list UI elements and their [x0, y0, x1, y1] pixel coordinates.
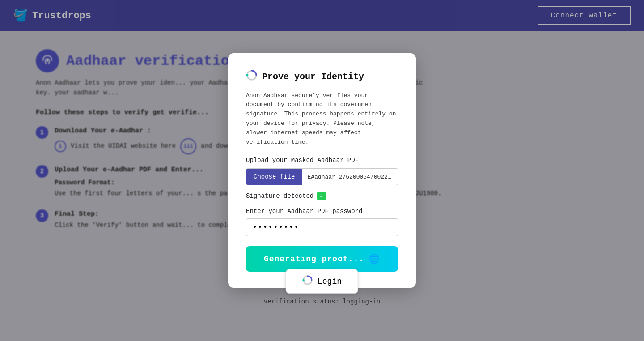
login-button[interactable]: Login	[286, 269, 358, 294]
password-input[interactable]	[246, 218, 398, 236]
verification-status: verification status: logging-in	[264, 298, 380, 305]
modal-title-area: Prove your Identity	[246, 69, 398, 84]
generating-label: Generating proof...	[264, 255, 364, 264]
generating-proof-button[interactable]: Generating proof... 🌐	[246, 246, 398, 272]
modal-overlay: Prove your Identity Anon Aadhaar securel…	[0, 0, 644, 341]
signature-row: Signature detected ✓	[246, 192, 398, 200]
modal-description: Anon Aadhaar securely verifies your docu…	[246, 91, 398, 147]
login-area: Login verification status: logging-in	[264, 269, 380, 305]
upload-label: Upload your Masked Aadhaar PDF	[246, 157, 398, 164]
check-icon: ✓	[317, 192, 326, 200]
file-upload-row: Choose file EAadhaar_2762000547002222020…	[246, 168, 398, 185]
file-name-display: EAadhaar_276200054700222202063010	[302, 169, 398, 185]
password-label: Enter your Aadhaar PDF password	[246, 208, 398, 215]
modal-title-text: Prove your Identity	[262, 72, 364, 82]
login-spinner-icon	[302, 275, 313, 288]
signature-detected-text: Signature detected	[246, 192, 314, 200]
svg-point-4	[302, 279, 305, 281]
login-label: Login	[318, 277, 342, 286]
choose-file-button[interactable]: Choose file	[246, 169, 302, 185]
prove-identity-modal: Prove your Identity Anon Aadhaar securel…	[228, 53, 416, 288]
svg-point-2	[246, 74, 249, 76]
spinner-icon	[246, 69, 258, 84]
globe-icon: 🌐	[369, 253, 380, 264]
